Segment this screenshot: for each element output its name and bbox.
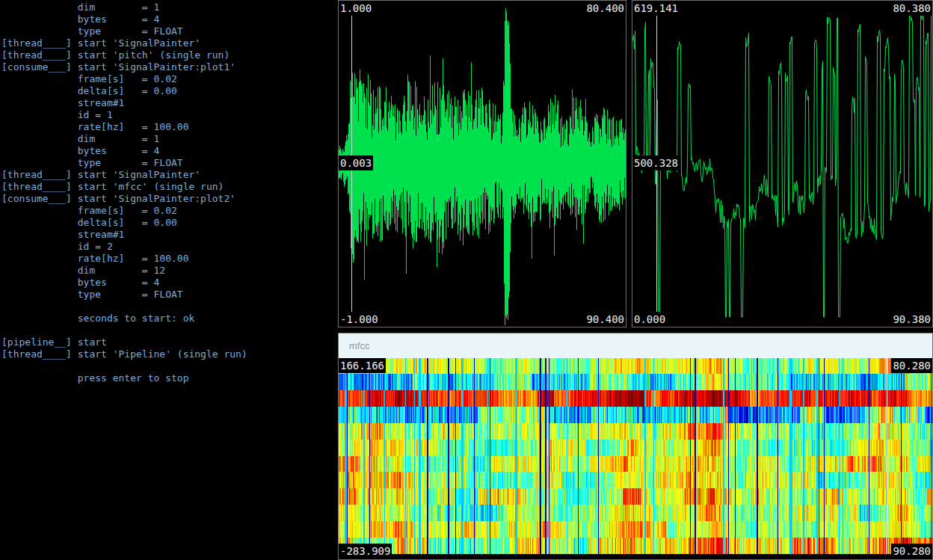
waveform-xstart-label: 80.400 [585, 1, 626, 16]
mfcc-heatmap-canvas [339, 358, 932, 554]
mfcc-plot-window: mfcc 166.166 80.280 -283.909 90.280 [338, 333, 933, 560]
waveform-xend-label: 90.400 [585, 312, 626, 327]
waveform-ymin-label: -1.000 [339, 312, 380, 327]
pitch-ymin-label: 0.000 [632, 312, 667, 327]
mfcc-ymin-label: -283.909 [339, 544, 392, 559]
pitch-plot-window: 619.141 80.380 500.328 0.000 90.380 [632, 0, 933, 327]
app-screen: dim = 1 bytes = 4 type = FLOAT [thread__… [0, 0, 933, 560]
console-output: dim = 1 bytes = 4 type = FLOAT [thread__… [1, 1, 247, 384]
pitch-xend-label: 90.380 [891, 312, 932, 327]
waveform-ymax-label: 1.000 [339, 1, 373, 16]
mfcc-xend-label: 90.280 [891, 544, 932, 559]
waveform-plot-window: 1.000 80.400 0.003 -1.000 90.400 [338, 0, 626, 327]
mfcc-cursor-line [887, 358, 887, 554]
waveform-canvas [339, 1, 626, 327]
pitch-xstart-label: 80.380 [891, 1, 932, 16]
pitch-current-value-label: 500.328 [632, 156, 680, 170]
waveform-current-value-label: 0.003 [339, 156, 373, 170]
pitch-ymax-label: 619.141 [632, 1, 680, 16]
mfcc-xstart-label: 80.280 [891, 358, 932, 373]
mfcc-window-titlebar[interactable]: mfcc [339, 333, 932, 358]
mfcc-ymax-label: 166.166 [339, 358, 386, 373]
mfcc-window-title: mfcc [349, 340, 369, 351]
